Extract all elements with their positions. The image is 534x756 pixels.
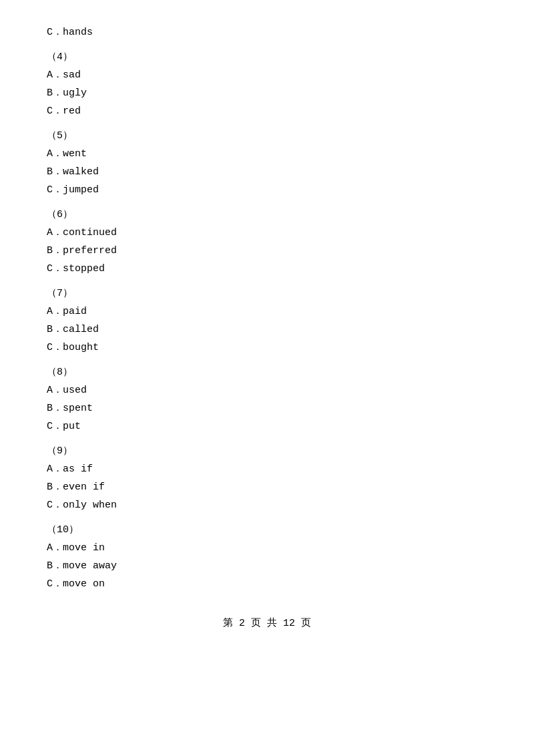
option-item: A．paid: [47, 305, 494, 317]
option-item: B．called: [47, 323, 494, 335]
question-number: （8）: [47, 365, 494, 378]
option-item: A．sad: [47, 68, 494, 81]
option-item: C．red: [47, 104, 494, 117]
content-container: C．hands（4）A．sadB．uglyC．red（5）A．wentB．wal…: [40, 25, 494, 590]
question-number: （7）: [47, 287, 494, 299]
option-item: A．continued: [47, 226, 494, 238]
option-item: B．preferred: [47, 244, 494, 256]
option-item: A．used: [47, 383, 494, 396]
option-item: C．jumped: [47, 183, 494, 196]
question-number: （10）: [47, 523, 494, 536]
option-item: C．only when: [47, 498, 494, 511]
option-item: C．put: [47, 419, 494, 432]
option-item: B．spent: [47, 401, 494, 414]
option-item: B．walked: [47, 165, 494, 178]
question-number: （6）: [47, 208, 494, 220]
option-item: B．ugly: [47, 86, 494, 99]
option-item: A．move in: [47, 541, 494, 554]
option-item: C．stopped: [47, 262, 494, 274]
page-footer: 第 2 页 共 12 页: [40, 616, 494, 629]
option-item: C．hands: [47, 25, 494, 38]
option-item: C．move on: [47, 577, 494, 590]
question-number: （9）: [47, 444, 494, 457]
question-number: （5）: [47, 129, 494, 142]
option-item: B．move away: [47, 559, 494, 572]
option-item: B．even if: [47, 480, 494, 493]
option-item: A．went: [47, 147, 494, 160]
question-number: （4）: [47, 50, 494, 63]
option-item: A．as if: [47, 462, 494, 475]
option-item: C．bought: [47, 341, 494, 353]
